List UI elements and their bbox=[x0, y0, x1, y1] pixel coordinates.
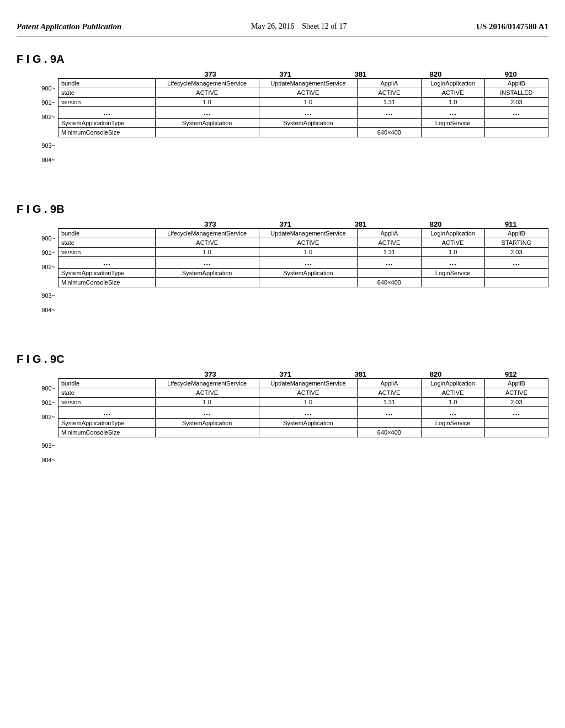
col-number-371: 371⌒ bbox=[248, 70, 323, 78]
table-row-2: version1.01.01.311.02.03 bbox=[58, 248, 548, 257]
prop-name-1: state bbox=[58, 88, 156, 98]
cell-3-4: LoginService bbox=[421, 119, 484, 128]
figure-fig9b: F I G . 9B900~901~902~903~904~373⌒371⌒38… bbox=[17, 203, 548, 317]
row-label-903~: 903~ bbox=[28, 438, 58, 453]
cell-0-3: … bbox=[155, 257, 259, 269]
data-table-fig9c: bundleLifecycleManagementServiceUpdateMa… bbox=[58, 378, 548, 437]
column-numbers-row: 373⌒371⌒381⌒820⌒911⌒ bbox=[58, 220, 548, 228]
row-labels-fig9b: 900~901~902~903~904~ bbox=[28, 220, 58, 317]
row-label-900~: 900~ bbox=[28, 81, 58, 95]
cell-4-4 bbox=[484, 269, 548, 278]
cell-0-1: ACTIVE bbox=[155, 88, 259, 98]
prop-name-0: bundle bbox=[58, 79, 156, 88]
cell-1-4: SystemApplication bbox=[259, 119, 358, 128]
cell-2-5: 640×400 bbox=[358, 278, 421, 287]
row-label-901~: 901~ bbox=[28, 395, 58, 410]
cell-3-4: LoginService bbox=[421, 269, 484, 278]
prop-name-0: bundle bbox=[58, 229, 156, 238]
cell-2-5: 640×400 bbox=[358, 428, 421, 437]
table-row-2: version1.01.01.311.02.03 bbox=[58, 398, 548, 407]
cell-2-4 bbox=[358, 119, 421, 128]
figure-title-fig9b: F I G . 9B bbox=[17, 203, 548, 216]
cell-3-0: LoginApplication bbox=[421, 379, 484, 388]
cell-1-3: … bbox=[259, 407, 358, 419]
cell-1-3: … bbox=[259, 257, 358, 269]
cell-3-3: … bbox=[421, 257, 484, 269]
figure-fig9c: F I G . 9C900~901~902~903~904~373⌒371⌒38… bbox=[17, 353, 548, 467]
cell-3-0: LoginApplication bbox=[421, 79, 484, 88]
figure-fig9a: F I G . 9A900~901~902~903~904~373⌒371⌒38… bbox=[17, 53, 548, 167]
col-number-373: 373⌒ bbox=[173, 370, 248, 378]
cell-0-5 bbox=[155, 428, 259, 437]
cell-3-3: … bbox=[421, 407, 484, 419]
cell-2-5: 640×400 bbox=[358, 128, 421, 137]
cell-1-2: 1.0 bbox=[259, 98, 358, 107]
col-number-371: 371⌒ bbox=[248, 220, 323, 228]
publication-number: US 2016/0147580 A1 bbox=[476, 22, 548, 31]
cell-3-1: ACTIVE bbox=[421, 88, 484, 98]
cell-1-5 bbox=[259, 428, 358, 437]
table-row-4: SystemApplicationTypeSystemApplicationSy… bbox=[58, 419, 548, 428]
cell-0-4: SystemApplication bbox=[155, 419, 259, 428]
figure-title-fig9c: F I G . 9C bbox=[17, 353, 548, 366]
prop-name-2: version bbox=[58, 398, 156, 407]
cell-2-1: ACTIVE bbox=[358, 388, 421, 398]
prop-name-5: MinimumConsoleSize bbox=[58, 128, 156, 137]
col-number-911: 911⌒ bbox=[473, 220, 548, 228]
prop-name-3: … bbox=[58, 107, 156, 119]
cell-4-1: INSTALLED bbox=[484, 88, 548, 98]
cell-4-5 bbox=[484, 278, 548, 287]
table-row-5: MinimumConsoleSize640×400 bbox=[58, 428, 548, 437]
cell-3-1: ACTIVE bbox=[421, 388, 484, 398]
table-row-1: stateACTIVEACTIVEACTIVEACTIVEACTIVE bbox=[58, 388, 548, 398]
cell-1-4: SystemApplication bbox=[259, 269, 358, 278]
prop-name-1: state bbox=[58, 388, 156, 398]
figures-container: F I G . 9A900~901~902~903~904~373⌒371⌒38… bbox=[17, 53, 548, 484]
cell-4-2: 2.03 bbox=[484, 398, 548, 407]
cell-1-5 bbox=[259, 128, 358, 137]
table-row-2: version1.01.01.311.02.03 bbox=[58, 98, 548, 107]
cell-2-0: AppliA bbox=[358, 379, 421, 388]
col-number-910: 910⌒ bbox=[473, 70, 548, 78]
prop-name-3: … bbox=[58, 407, 156, 419]
cell-1-0: UpdateManagementService bbox=[259, 379, 358, 388]
row-label-900~: 900~ bbox=[28, 381, 58, 395]
prop-name-5: MinimumConsoleSize bbox=[58, 428, 156, 437]
cell-4-5 bbox=[484, 428, 548, 437]
prop-name-2: version bbox=[58, 248, 156, 257]
row-label-904~: 904~ bbox=[28, 153, 58, 167]
table-row-4: SystemApplicationTypeSystemApplicationSy… bbox=[58, 269, 548, 278]
sheet-info: Sheet 12 of 17 bbox=[302, 22, 347, 30]
table-row-0: bundleLifecycleManagementServiceUpdateMa… bbox=[58, 379, 548, 388]
cell-0-4: SystemApplication bbox=[155, 119, 259, 128]
col-number-373: 373⌒ bbox=[173, 220, 248, 228]
cell-2-2: 1.31 bbox=[358, 98, 421, 107]
row-labels-fig9c: 900~901~902~903~904~ bbox=[28, 370, 58, 467]
cell-0-4: SystemApplication bbox=[155, 269, 259, 278]
prop-name-0: bundle bbox=[58, 379, 156, 388]
row-label-902~: 902~ bbox=[28, 110, 58, 124]
cell-0-3: … bbox=[155, 407, 259, 419]
cell-2-1: ACTIVE bbox=[358, 88, 421, 98]
prop-name-4: SystemApplicationType bbox=[58, 269, 156, 278]
cell-3-2: 1.0 bbox=[421, 398, 484, 407]
cell-0-2: 1.0 bbox=[155, 248, 259, 257]
cell-0-3: … bbox=[155, 107, 259, 119]
cell-2-3: … bbox=[358, 257, 421, 269]
prop-name-5: MinimumConsoleSize bbox=[58, 278, 156, 287]
cell-2-4 bbox=[358, 419, 421, 428]
row-label-901~: 901~ bbox=[28, 245, 58, 260]
col-number-820: 820⌒ bbox=[398, 70, 473, 78]
col-number-820: 820⌒ bbox=[398, 370, 473, 378]
cell-4-0: AppliB bbox=[484, 79, 548, 88]
cell-3-2: 1.0 bbox=[421, 98, 484, 107]
cell-2-3: … bbox=[358, 407, 421, 419]
cell-0-0: LifecycleManagementService bbox=[155, 229, 259, 238]
cell-4-0: AppliB bbox=[484, 229, 548, 238]
table-row-0: bundleLifecycleManagementServiceUpdateMa… bbox=[58, 79, 548, 88]
cell-1-1: ACTIVE bbox=[259, 238, 358, 248]
cell-1-5 bbox=[259, 278, 358, 287]
row-label-901~: 901~ bbox=[28, 95, 58, 110]
cell-1-2: 1.0 bbox=[259, 248, 358, 257]
table-row-5: MinimumConsoleSize640×400 bbox=[58, 128, 548, 137]
